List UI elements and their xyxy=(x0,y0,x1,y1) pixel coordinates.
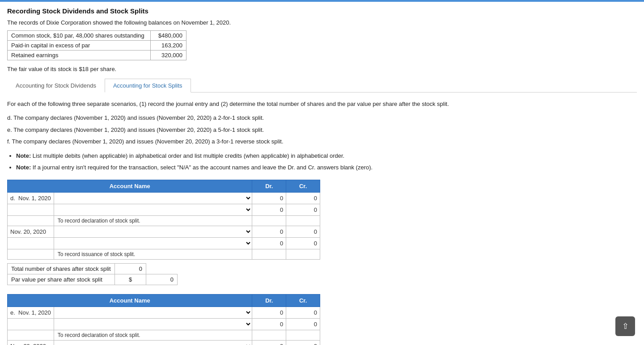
fair-value-text: The fair value of its stock is $18 per s… xyxy=(7,66,637,72)
row-d-memo2-cr xyxy=(286,249,320,260)
tab-dividends[interactable]: Accounting for Stock Dividends xyxy=(7,79,105,93)
row-e-memo-cr xyxy=(286,330,320,341)
table-row: 0 0 xyxy=(8,238,320,249)
row-d-4-cr: 0 xyxy=(286,238,320,249)
table-row: Retained earnings320,000 xyxy=(8,50,186,60)
tab-splits[interactable]: Accounting for Stock Splits xyxy=(105,79,191,93)
journal-table-e: Account Name Dr. Cr. e. Nov. 1, 2020 xyxy=(7,294,320,345)
row-d-4-label xyxy=(8,238,54,249)
summary-total-label: Total number of shares after stock split xyxy=(8,264,115,274)
journal-section-e: Account Name Dr. Cr. e. Nov. 1, 2020 xyxy=(7,294,637,345)
row-d-1-dr: 0 xyxy=(252,193,286,204)
row-d-memo-cr xyxy=(286,216,320,226)
row-e-memo-dr xyxy=(252,330,286,341)
row-e-3-label: Nov. 20, 2020 xyxy=(8,341,54,345)
journal-table-d: Account Name Dr. Cr. d. Nov. 1, 2020 xyxy=(7,180,320,260)
row-e-label: e. Nov. 1, 2020 xyxy=(8,307,54,319)
account-select-d-2[interactable] xyxy=(54,204,252,215)
row-d-memo2-dr xyxy=(252,249,286,260)
balance-value: $480,000 xyxy=(151,31,186,41)
splits-content: For each of the following three separate… xyxy=(7,100,637,345)
balance-value: 163,200 xyxy=(151,41,186,50)
scenario-e: e. The company declares (November 1, 202… xyxy=(7,126,637,135)
header-dr-d: Dr. xyxy=(252,180,286,193)
row-d-3-account[interactable] xyxy=(54,226,252,238)
page-title: Recording Stock Dividends and Stock Spli… xyxy=(7,7,637,15)
row-e-3-dr: 0 xyxy=(252,341,286,345)
note-1-bold: Note: xyxy=(16,152,31,159)
table-row: d. Nov. 1, 2020 0 0 xyxy=(8,193,320,204)
summary-table-d: Total number of shares after stock split… xyxy=(7,263,178,285)
header-cr-d: Cr. xyxy=(286,180,320,193)
summary-par-label: Par value per share after stock split xyxy=(8,274,115,285)
note-2-text: If a journal entry isn't required for th… xyxy=(33,164,373,171)
row-e-2-dr: 0 xyxy=(252,319,286,330)
account-select-e-1[interactable] xyxy=(54,307,252,318)
row-d-memo2-label xyxy=(8,249,54,260)
account-select-d-1[interactable] xyxy=(54,193,252,204)
note-1: Note: List multiple debits (when applica… xyxy=(16,151,637,161)
summary-par-value: 0 xyxy=(146,274,178,285)
row-d-3-dr: 0 xyxy=(252,226,286,238)
notes-list: Note: List multiple debits (when applica… xyxy=(16,151,637,172)
balance-table: Common stock, $10 par, 48,000 shares out… xyxy=(7,30,186,60)
intro-text: The records of Dixie Corporation showed … xyxy=(7,19,637,26)
journal-section-d: Account Name Dr. Cr. d. Nov. 1, 2020 xyxy=(7,180,637,285)
row-e-memo-text: To record declaration of stock split. xyxy=(54,330,252,341)
row-d-1-account[interactable] xyxy=(54,193,252,204)
row-d-3-cr: 0 xyxy=(286,226,320,238)
summary-par-symbol: $ xyxy=(115,274,146,285)
scenario-intro: For each of the following three separate… xyxy=(7,100,637,109)
table-row: Common stock, $10 par, 48,000 shares out… xyxy=(8,31,186,41)
table-row-memo: To record declaration of stock split. xyxy=(8,216,320,226)
header-dr-e: Dr. xyxy=(252,295,286,307)
header-cr-e: Cr. xyxy=(286,295,320,307)
scroll-up-button[interactable]: ⇧ xyxy=(615,316,635,336)
row-e-2-account[interactable] xyxy=(54,319,252,330)
row-d-3-label: Nov. 20, 2020 xyxy=(8,226,54,238)
table-row-memo: To record issuance of stock split. xyxy=(8,249,320,260)
account-select-e-3[interactable] xyxy=(54,341,252,345)
account-select-d-4[interactable] xyxy=(54,238,252,249)
row-d-memo-label xyxy=(8,216,54,226)
table-row: Nov. 20, 2020 0 0 xyxy=(8,226,320,238)
row-e-2-cr: 0 xyxy=(286,319,320,330)
row-e-1-dr: 0 xyxy=(252,307,286,319)
note-2: Note: If a journal entry isn't required … xyxy=(16,163,637,172)
row-e-1-account[interactable] xyxy=(54,307,252,319)
balance-value: 320,000 xyxy=(151,50,186,60)
header-account-e: Account Name xyxy=(8,295,252,307)
table-row: Nov. 20, 2020 0 0 xyxy=(8,341,320,345)
row-d-4-account[interactable] xyxy=(54,238,252,249)
row-e-3-account[interactable] xyxy=(54,341,252,345)
row-d-2-cr: 0 xyxy=(286,204,320,216)
row-e-memo-label xyxy=(8,330,54,341)
note-1-text: List multiple debits (when applicable) i… xyxy=(33,152,344,159)
row-d-2-account[interactable] xyxy=(54,204,252,216)
row-d-memo-text: To record declaration of stock split. xyxy=(54,216,252,226)
row-e-1-cr: 0 xyxy=(286,307,320,319)
tabs-container: Accounting for Stock Dividends Accountin… xyxy=(7,79,637,93)
row-d-4-dr: 0 xyxy=(252,238,286,249)
header-account-d: Account Name xyxy=(8,180,252,193)
row-d-2-dr: 0 xyxy=(252,204,286,216)
scenario-f: f. The company declares (November 1, 202… xyxy=(7,137,637,147)
row-d-memo-dr xyxy=(252,216,286,226)
summary-total-value: 0 xyxy=(115,264,146,274)
row-e-2-label xyxy=(8,319,54,330)
table-row: 0 0 xyxy=(8,319,320,330)
row-d-2-label xyxy=(8,204,54,216)
scenario-d: d. The company declares (November 1, 202… xyxy=(7,114,637,123)
account-select-e-2[interactable] xyxy=(54,319,252,330)
table-row: e. Nov. 1, 2020 0 0 xyxy=(8,307,320,319)
table-row-memo: To record declaration of stock split. xyxy=(8,330,320,341)
table-row: 0 0 xyxy=(8,204,320,216)
row-d-1-cr: 0 xyxy=(286,193,320,204)
row-d-memo2-text: To record issuance of stock split. xyxy=(54,249,252,260)
note-2-bold: Note: xyxy=(16,164,31,171)
table-row: Paid-in capital in excess of par163,200 xyxy=(8,41,186,50)
row-e-3-cr: 0 xyxy=(286,341,320,345)
account-select-d-3[interactable] xyxy=(54,226,252,237)
scroll-up-icon: ⇧ xyxy=(622,321,629,331)
balance-label: Common stock, $10 par, 48,000 shares out… xyxy=(8,31,151,41)
